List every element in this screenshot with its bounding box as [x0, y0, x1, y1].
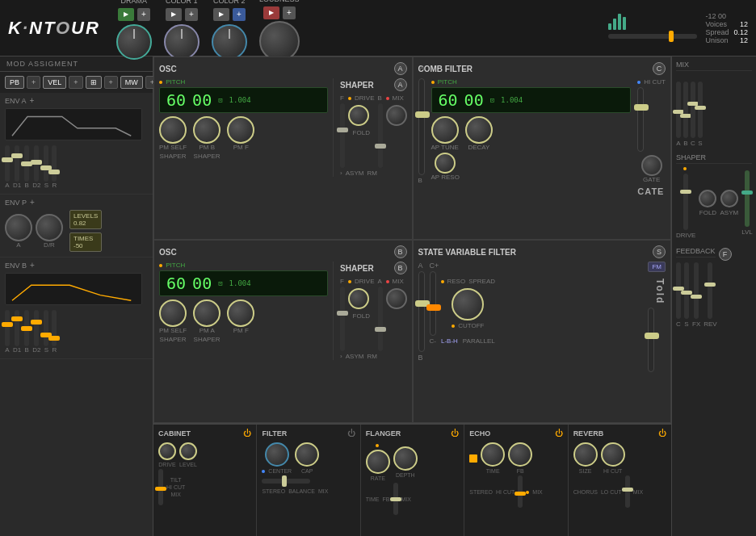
mod-vel-button[interactable]: VEL [43, 76, 66, 89]
shaper-b-mix-knob[interactable] [386, 288, 407, 309]
drama-play-button[interactable]: ▶ [118, 8, 134, 21]
shaper-a-f-slider[interactable] [340, 103, 345, 168]
svf-cutoff-knob[interactable] [452, 288, 484, 320]
env-a-vslider-b[interactable] [24, 145, 29, 182]
reverb-size-knob[interactable] [573, 442, 598, 467]
drama-add-button[interactable]: + [137, 8, 150, 21]
mix-slider-a-track[interactable] [676, 82, 681, 138]
shaper-asym-knob[interactable] [720, 190, 738, 207]
env-b-vslider-a[interactable] [5, 310, 10, 346]
loudness-play-button[interactable]: ▶ [263, 6, 279, 19]
flanger-power-button[interactable]: ⏻ [451, 429, 459, 438]
env-b-vslider-s[interactable] [44, 310, 48, 346]
loudness-knob[interactable] [259, 21, 300, 61]
comb-hicut-slider[interactable] [637, 87, 644, 152]
mod-grid-button[interactable]: ⊞ [86, 76, 102, 89]
reverb-power-button[interactable]: ⏻ [658, 429, 666, 438]
shaper-a-fold-label: FOLD [348, 129, 374, 136]
osc-a-shaper1-label: SHAPER [159, 153, 187, 160]
svf-right-slider[interactable] [648, 308, 654, 372]
times-value[interactable]: -50 [74, 242, 98, 249]
shaper-a-fold-knob[interactable] [348, 105, 369, 126]
color1-play-button[interactable]: ▶ [166, 8, 182, 21]
shaper-lvl-track[interactable] [745, 170, 750, 227]
env-b-vslider-r[interactable] [52, 310, 57, 346]
flanger-depth-knob[interactable] [393, 446, 418, 471]
feedback-s-track[interactable] [684, 262, 689, 319]
color1-add-button[interactable]: + [185, 8, 198, 21]
filter-cap-knob[interactable] [295, 442, 319, 467]
shaper-b-a-slider[interactable] [378, 287, 383, 351]
env-p-plus-button[interactable]: + [30, 198, 35, 207]
env-a-vslider-r[interactable] [52, 145, 57, 182]
env-a-plus-button[interactable]: + [30, 96, 35, 105]
echo-mix-slider[interactable] [518, 475, 523, 508]
osc-b-pm-a-knob[interactable] [193, 299, 220, 327]
levels-value[interactable]: 0.82 [74, 220, 98, 227]
env-p-dr-knob-ctrl[interactable] [36, 214, 63, 241]
env-a-vslider-s[interactable] [44, 145, 48, 182]
env-a-vslider-a[interactable] [5, 145, 10, 182]
flanger-mix-slider[interactable] [393, 483, 398, 515]
color2-add-button[interactable]: + [233, 8, 246, 21]
comb-decay-knob[interactable] [465, 116, 493, 144]
osc-a-pm-f-knob[interactable] [227, 116, 254, 144]
feedback-rev-track[interactable] [708, 262, 712, 319]
reverb-hicut-knob[interactable] [601, 442, 625, 467]
color2-play-button[interactable]: ▶ [213, 8, 229, 21]
spread-slider[interactable] [608, 34, 697, 39]
comb-gate-knob[interactable] [641, 155, 662, 176]
svf-a-slider[interactable] [418, 271, 425, 352]
osc-a-pm-self-knob[interactable] [159, 116, 187, 144]
osc-a-pm-b-knob[interactable] [193, 116, 220, 144]
env-b-vslider-d1[interactable] [15, 310, 19, 346]
echo-power-button[interactable]: ⏻ [555, 429, 563, 438]
mod-plus3-button[interactable]: + [104, 76, 118, 89]
echo-fb-knob[interactable] [508, 442, 532, 467]
echo-time-knob[interactable] [481, 442, 505, 467]
feedback-c-track[interactable] [676, 262, 681, 319]
loudness-add-button[interactable]: + [283, 6, 296, 19]
cabinet-power-button[interactable]: ⏻ [243, 429, 251, 438]
env-b-plus-button[interactable]: + [30, 261, 35, 270]
comb-pitch-slider[interactable] [418, 78, 425, 175]
shaper-b-fold-knob[interactable] [348, 288, 369, 309]
osc-b-pm-self-knob[interactable] [159, 299, 187, 327]
mod-plus1-button[interactable]: + [27, 76, 40, 89]
mod-pb-button[interactable]: PB [5, 76, 24, 89]
filter-stereo-slider[interactable] [262, 479, 310, 484]
shaper-fold-knob[interactable] [699, 190, 716, 207]
reverb-mix-slider[interactable] [625, 475, 630, 508]
env-b-vslider-b[interactable] [24, 310, 29, 346]
mod-mw-button[interactable]: MW [120, 76, 143, 89]
shaper-a-b-slider[interactable] [378, 103, 383, 168]
svf-reso-slider[interactable] [430, 271, 436, 336]
osc-b-pm-f-knob[interactable] [227, 299, 254, 327]
env-a-vslider-d2[interactable] [34, 145, 39, 182]
drama-knob[interactable] [116, 24, 152, 60]
shaper-b-f-slider[interactable] [340, 287, 345, 351]
mix-slider-s-track[interactable] [698, 82, 703, 138]
comb-ap-reso-knob[interactable] [435, 153, 456, 174]
filter-center-knob[interactable] [265, 442, 289, 467]
filter-power-button[interactable]: ⏻ [347, 429, 355, 438]
cabinet-drive-knob[interactable] [158, 442, 176, 460]
feedback-fx-track[interactable] [694, 262, 699, 319]
osc-b-pitch-display[interactable]: 60 00 ⊡ 1.004 [159, 270, 328, 296]
comb-pitch-display[interactable]: 60 00 ⊡ 1.004 [431, 87, 632, 113]
mod-plus2-button[interactable]: + [69, 76, 82, 89]
cabinet-level-knob[interactable] [179, 442, 197, 460]
cabinet-vslider[interactable] [158, 469, 163, 505]
color2-knob[interactable] [212, 24, 247, 60]
comb-ap-tune-knob[interactable] [431, 116, 459, 144]
mix-slider-c-track[interactable] [691, 82, 695, 138]
env-p-a-knob-ctrl[interactable] [5, 214, 32, 241]
env-b-vslider-d2[interactable] [34, 310, 39, 346]
shaper-drive-track[interactable] [683, 174, 688, 230]
flanger-rate-knob[interactable] [366, 450, 390, 474]
mix-slider-b-track[interactable] [683, 82, 688, 138]
color1-knob[interactable] [164, 24, 200, 60]
shaper-a-mix-knob[interactable] [386, 105, 407, 126]
osc-a-pitch-display[interactable]: 60 00 ⊡ 1.004 [159, 87, 328, 113]
env-a-vslider-d1[interactable] [15, 145, 19, 182]
